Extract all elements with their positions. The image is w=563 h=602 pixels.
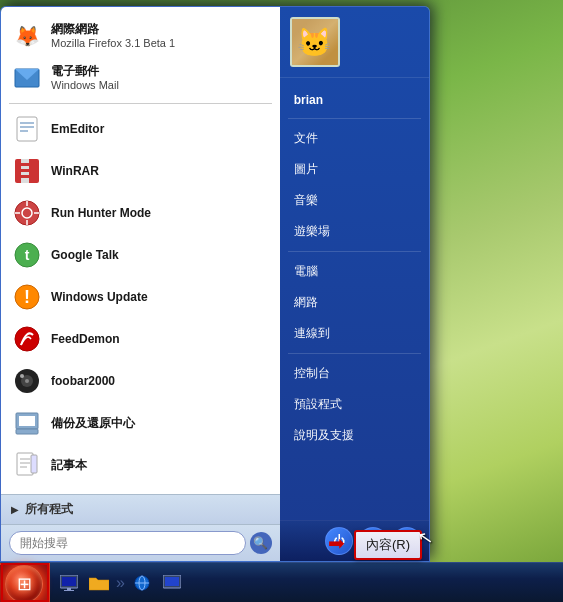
taskbar-icon-monitor[interactable] (57, 571, 81, 595)
all-programs-label: 所有程式 (25, 501, 73, 518)
taskbar-icon-folder[interactable] (87, 571, 111, 595)
right-menu-items: brian 文件 圖片 音樂 遊樂場 電腦 (280, 78, 429, 520)
cat-avatar-image: 🐱 (292, 19, 338, 65)
right-item-connect[interactable]: 連線到 (280, 318, 429, 349)
right-divider-1 (288, 118, 421, 119)
right-item-network[interactable]: 網路 (280, 287, 429, 318)
taskbar: ⊞ » (0, 562, 563, 602)
svg-rect-11 (21, 175, 29, 178)
mail-icon (11, 62, 43, 94)
firefox-subtitle: Mozilla Firefox 3.1 Beta 1 (51, 37, 175, 50)
menu-items-list: 🦊 網際網路 Mozilla Firefox 3.1 Beta 1 (1, 7, 280, 494)
mail-subtitle: Windows Mail (51, 79, 119, 92)
content-button-label: 內容(R) (366, 536, 410, 554)
backup-title: 備份及還原中心 (51, 416, 135, 430)
menu-item-feedemon[interactable]: FeedDemon (1, 318, 280, 360)
start-button-container: ⊞ (0, 563, 50, 603)
foobar-icon (11, 365, 43, 397)
foobar-title: foobar2000 (51, 374, 115, 388)
content-button[interactable]: 內容(R) (354, 530, 422, 560)
backup-icon (11, 407, 43, 439)
svg-rect-43 (165, 577, 179, 586)
windows-update-title: Windows Update (51, 290, 148, 304)
right-item-games[interactable]: 遊樂場 (280, 216, 429, 247)
search-icon: 🔍 (253, 536, 268, 550)
svg-point-22 (15, 327, 39, 351)
svg-rect-31 (31, 455, 37, 473)
menu-item-google-talk[interactable]: t Google Talk (1, 234, 280, 276)
taskbar-separator: » (116, 574, 125, 592)
taskbar-programs: » (50, 563, 563, 602)
emeditor-icon (11, 113, 43, 145)
svg-text:t: t (25, 247, 30, 263)
winrar-title: WinRAR (51, 164, 99, 178)
desktop: 🦊 網際網路 Mozilla Firefox 3.1 Beta 1 (0, 0, 563, 602)
user-avatar: 🐱 (290, 17, 340, 67)
triangle-icon: ▶ (11, 504, 19, 515)
svg-point-26 (20, 374, 24, 378)
divider-1 (9, 103, 272, 104)
taskbar-icon-ie[interactable] (130, 571, 154, 595)
start-menu: 🦊 網際網路 Mozilla Firefox 3.1 Beta 1 (0, 6, 430, 562)
firefox-icon: 🦊 (11, 20, 43, 52)
right-item-pictures[interactable]: 圖片 (280, 154, 429, 185)
start-menu-left-panel: 🦊 網際網路 Mozilla Firefox 3.1 Beta 1 (1, 7, 280, 561)
right-item-default-programs[interactable]: 預設程式 (280, 389, 429, 420)
right-divider-3 (288, 353, 421, 354)
menu-item-foobar[interactable]: foobar2000 (1, 360, 280, 402)
mouse-cursor: ↖ (416, 526, 435, 550)
right-item-computer[interactable]: 電腦 (280, 256, 429, 287)
user-avatar-area: 🐱 (280, 7, 429, 78)
feedemon-icon (11, 323, 43, 355)
right-item-user[interactable]: brian (280, 86, 429, 114)
svg-rect-36 (62, 577, 76, 586)
notepad-icon (11, 449, 43, 481)
menu-item-winrar[interactable]: WinRAR (1, 150, 280, 192)
menu-item-run-hunter[interactable]: Run Hunter Mode (1, 192, 280, 234)
google-talk-icon: t (11, 239, 43, 271)
right-item-help[interactable]: 說明及支援 (280, 420, 429, 451)
menu-item-backup[interactable]: 備份及還原中心 (1, 402, 280, 444)
svg-rect-28 (19, 416, 35, 426)
svg-text:!: ! (24, 287, 30, 307)
windows-update-icon: ! (11, 281, 43, 313)
right-divider-2 (288, 251, 421, 252)
svg-rect-9 (21, 163, 29, 166)
red-arrow-indicator: ➡ (328, 531, 345, 555)
emeditor-title: EmEditor (51, 122, 104, 136)
svg-rect-10 (21, 169, 29, 172)
run-hunter-icon (11, 197, 43, 229)
mail-title: 電子郵件 (51, 64, 119, 78)
right-item-music[interactable]: 音樂 (280, 185, 429, 216)
svg-rect-3 (17, 117, 37, 141)
run-hunter-title: Run Hunter Mode (51, 206, 151, 220)
search-box-container: 🔍 (1, 524, 280, 561)
menu-item-notepad[interactable]: 記事本 (1, 444, 280, 486)
svg-rect-37 (67, 588, 71, 590)
right-item-control-panel[interactable]: 控制台 (280, 358, 429, 389)
svg-point-25 (25, 379, 29, 383)
right-item-documents[interactable]: 文件 (280, 123, 429, 154)
menu-item-mail[interactable]: 電子郵件 Windows Mail (1, 57, 280, 99)
feedemon-title: FeedDemon (51, 332, 120, 346)
google-talk-title: Google Talk (51, 248, 119, 262)
firefox-title: 網際網路 (51, 22, 175, 36)
notepad-title: 記事本 (51, 458, 87, 472)
menu-item-emeditor[interactable]: EmEditor (1, 108, 280, 150)
search-button[interactable]: 🔍 (250, 532, 272, 554)
svg-rect-38 (64, 590, 74, 591)
search-input[interactable] (9, 531, 246, 555)
start-menu-right-panel: 🐱 brian 文件 圖片 音樂 遊樂場 (280, 7, 429, 561)
windows-logo-icon: ⊞ (17, 573, 32, 595)
menu-item-windows-update[interactable]: ! Windows Update (1, 276, 280, 318)
start-orb: ⊞ (5, 565, 43, 603)
winrar-icon (11, 155, 43, 187)
menu-item-firefox[interactable]: 🦊 網際網路 Mozilla Firefox 3.1 Beta 1 (1, 15, 280, 57)
start-button[interactable]: ⊞ (0, 563, 50, 603)
all-programs-item[interactable]: ▶ 所有程式 (1, 494, 280, 524)
taskbar-icon-monitor2[interactable] (160, 571, 184, 595)
svg-rect-29 (16, 429, 38, 434)
